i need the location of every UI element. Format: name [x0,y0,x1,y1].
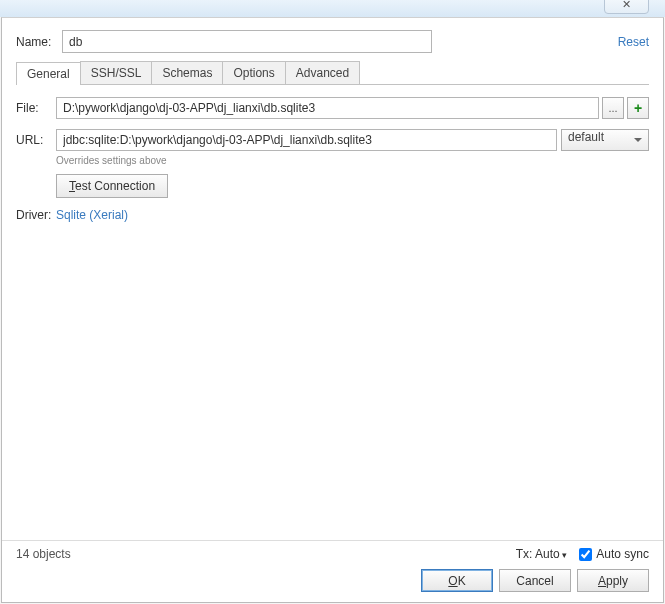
tx-label: Tx: Auto [516,547,560,561]
ok-rest: K [458,574,466,588]
name-input[interactable] [62,30,432,53]
auto-sync-input[interactable] [579,548,592,561]
auth-select[interactable]: default [561,129,649,151]
tx-mode[interactable]: Tx: Auto ▾ [516,547,568,561]
driver-label: Driver: [16,208,56,222]
titlebar: ✕ [0,0,665,17]
tab-options[interactable]: Options [222,61,285,84]
url-label: URL: [16,133,56,147]
tab-advanced[interactable]: Advanced [285,61,360,84]
ok-u: O [448,574,457,588]
driver-link[interactable]: Sqlite (Xerial) [56,208,128,222]
name-row: Name: Reset [16,30,649,53]
test-connection-button[interactable]: Test Connection [56,174,168,198]
objects-count: 14 objects [16,547,71,561]
tab-ssh-ssl[interactable]: SSH/SSL [80,61,153,84]
apply-rest: pply [606,574,628,588]
add-file-button[interactable]: + [627,97,649,119]
driver-row: Driver: Sqlite (Xerial) [16,208,649,222]
tab-schemas[interactable]: Schemas [151,61,223,84]
name-label: Name: [16,35,62,49]
dialog: Name: Reset General SSH/SSL Schemas Opti… [1,17,664,603]
apply-button[interactable]: Apply [577,569,649,592]
browse-button[interactable]: ... [602,97,624,119]
footer: 14 objects Tx: Auto ▾ Auto sync OK Cance… [2,540,663,602]
file-row: File: ... + [16,97,649,119]
file-input[interactable] [56,97,599,119]
tab-general[interactable]: General [16,62,81,85]
url-row: URL: default [16,129,649,151]
close-button[interactable]: ✕ [604,0,649,14]
auto-sync-label: Auto sync [596,547,649,561]
url-input[interactable] [56,129,557,151]
auto-sync-checkbox[interactable]: Auto sync [579,547,649,561]
test-label-post: est Connection [75,179,155,193]
chevron-down-icon: ▾ [560,550,568,560]
override-hint: Overrides settings above [56,155,649,166]
tabs: General SSH/SSL Schemas Options Advanced [16,61,649,85]
file-label: File: [16,101,56,115]
apply-u: A [598,574,606,588]
ok-button[interactable]: OK [421,569,493,592]
reset-link[interactable]: Reset [618,35,649,49]
cancel-button[interactable]: Cancel [499,569,571,592]
